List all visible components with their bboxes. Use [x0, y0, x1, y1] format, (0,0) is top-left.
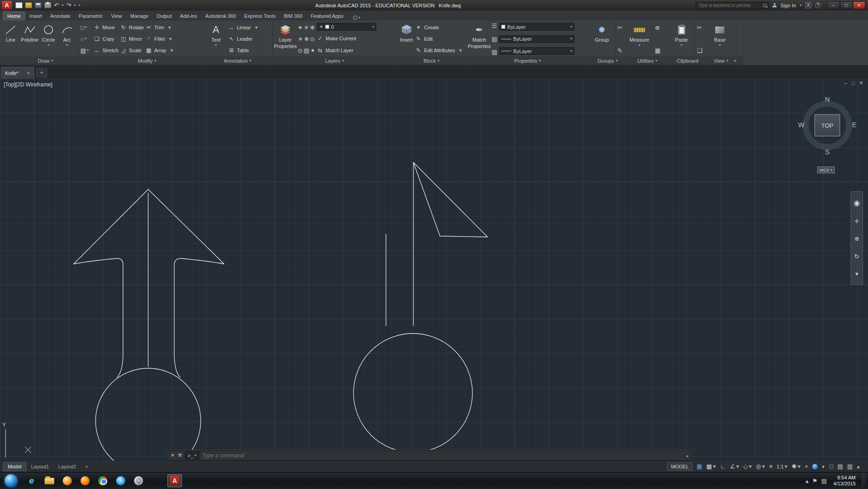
linear-dimension-button[interactable]: ↔Linear▾ [228, 23, 260, 32]
command-customize-icon[interactable]: ⚒ [177, 452, 182, 458]
measure-button[interactable]: Measure ▾ [629, 22, 650, 56]
zoom-icon[interactable]: ⊕ [854, 236, 859, 242]
modify-panel-label[interactable]: Modify▾ [91, 56, 203, 65]
linetype-dropdown-icon[interactable]: ▾ [570, 49, 572, 53]
circle-dropdown-icon[interactable]: ▾ [48, 43, 49, 47]
isodraft-dropdown-icon[interactable]: ▾ [749, 463, 752, 469]
linear-dropdown-icon[interactable]: ▾ [253, 25, 260, 30]
annotation-panel-label[interactable]: Annotation▾ [203, 56, 272, 65]
scale-button[interactable]: ◿Scale [120, 46, 144, 55]
layers-panel-label[interactable]: Layers▾ [273, 56, 396, 65]
isodraft-toggle[interactable]: ◇▾ [743, 463, 752, 469]
undo-icon[interactable]: ↶ [54, 2, 59, 8]
layer-isolate-icon[interactable]: ☀ [298, 36, 303, 42]
paste-dropdown-icon[interactable]: ▾ [680, 43, 682, 47]
viewport-close-icon[interactable]: ✕ [859, 80, 863, 86]
help-search-box[interactable] [696, 2, 769, 9]
hatch-button[interactable]: ▨▾ [80, 46, 89, 55]
properties-list-icon[interactable]: ☰ [492, 23, 497, 29]
firefox-taskbar-button[interactable] [78, 474, 92, 487]
snap-dropdown-icon[interactable]: ▾ [713, 463, 716, 469]
groups-panel-label[interactable]: Groups▾ [589, 56, 626, 65]
ribbon-display-toggle[interactable]: ▾ [350, 15, 363, 21]
tab-addins[interactable]: Add-ins [176, 12, 201, 21]
tab-autodesk360[interactable]: Autodesk 360 [201, 12, 240, 21]
graphics-performance-button[interactable] [812, 464, 818, 469]
tab-featured-apps[interactable]: Featured Apps [306, 12, 348, 21]
app-menu-button[interactable]: A [2, 1, 12, 10]
start-button[interactable] [5, 474, 17, 487]
stretch-button[interactable]: ↔Stretch [94, 46, 118, 55]
circle-button[interactable]: Circle ▾ [40, 22, 57, 56]
insert-button[interactable]: Insert [399, 22, 413, 56]
redo-dropdown-icon[interactable]: ▾ [74, 4, 76, 7]
ie-taskbar-button[interactable]: e [24, 474, 39, 487]
view-panel-label[interactable]: View▾» [707, 56, 743, 65]
edit-attributes-button[interactable]: ✎Edit Attributes▾ [415, 46, 464, 55]
sign-in-button[interactable]: Sign In [780, 3, 796, 8]
model-space-button[interactable]: MODEL [667, 462, 692, 471]
navbar-more-icon[interactable]: ▾ [855, 271, 858, 277]
paste-button[interactable]: Paste ▾ [671, 22, 692, 56]
tray-drawing-status-1[interactable]: ▤ [837, 463, 843, 469]
osnap-dropdown-icon[interactable]: ▾ [762, 463, 765, 469]
new-drawing-tab-button[interactable]: + [36, 68, 47, 77]
command-scroll-up-icon[interactable]: ▴ [686, 453, 688, 458]
transparency-icon[interactable]: ▨ [492, 49, 497, 55]
file-tab-knife[interactable]: Knife*✕ [1, 67, 34, 79]
lineweight-dropdown-icon[interactable]: ▾ [570, 37, 572, 41]
osnap-toggle[interactable]: ◎▾ [756, 463, 765, 469]
hidden-icons-button[interactable]: ▴ [806, 478, 809, 484]
status-overflow-button[interactable]: ▴ [857, 463, 860, 469]
rectangle-button[interactable]: □▾ [80, 23, 89, 32]
isolate-objects-button[interactable]: ◐ [822, 463, 825, 469]
move-button[interactable]: ✛Move [94, 23, 118, 32]
arc-dropdown-icon[interactable]: ▾ [66, 43, 68, 47]
wcs-menu[interactable]: WCS▾ [817, 167, 835, 173]
pan-icon[interactable]: ✛ [854, 218, 859, 224]
ellipse-button[interactable]: ○▾ [80, 34, 89, 43]
make-current-button[interactable]: ✓Make Current [317, 34, 394, 43]
layer-lock-icon[interactable]: ⊙ [310, 36, 315, 42]
drawing-canvas[interactable]: [Top][2D Wireframe] – □ ✕ N S W E TOP WC… [0, 79, 868, 461]
layer-freeze-icon[interactable]: ❄ [310, 25, 315, 31]
tab-insert[interactable]: Insert [25, 12, 46, 21]
action-center-icon[interactable]: ⚑ [812, 478, 818, 484]
media-player-taskbar-button[interactable] [60, 474, 75, 487]
properties-table-icon[interactable]: ▤ [492, 36, 497, 42]
edit-block-button[interactable]: ✎Edit [415, 34, 464, 43]
clipboard-panel-label[interactable]: Clipboard [669, 56, 707, 65]
layer-thaw-icon[interactable]: ❄ [304, 36, 309, 42]
match-layer-button[interactable]: ⇆Match Layer [317, 46, 394, 55]
arc-button[interactable]: Arc ▾ [59, 22, 75, 56]
viewcube-north[interactable]: N [797, 95, 857, 103]
polyline-button[interactable]: Polyline [21, 22, 38, 56]
ortho-toggle[interactable]: ∟ [720, 463, 726, 469]
cut-button[interactable]: ✂ [697, 23, 702, 32]
tab-manage[interactable]: Manage [126, 12, 153, 21]
fillet-dropdown-icon[interactable]: ▾ [167, 36, 174, 42]
save-icon[interactable] [35, 2, 42, 8]
object-color-combo[interactable]: ByLayer▾ [499, 23, 574, 31]
tab-output[interactable]: Output [153, 12, 176, 21]
color-dropdown-icon[interactable]: ▾ [570, 25, 572, 29]
scale-dropdown-icon[interactable]: ▾ [785, 463, 788, 469]
fillet-button[interactable]: ◜Fillet▾ [145, 34, 175, 43]
grid-toggle[interactable]: ▦ [697, 463, 702, 469]
annotation-monitor-button[interactable]: + [805, 463, 809, 469]
group-button[interactable]: ✹ Group [591, 22, 612, 56]
help-icon[interactable]: ? [815, 2, 821, 8]
restore-button[interactable]: □ [840, 1, 852, 9]
layer-unlock-icon[interactable]: ⊙ [298, 48, 303, 54]
orbit-icon[interactable]: ↻ [854, 253, 859, 259]
minimize-button[interactable]: – [827, 1, 840, 9]
autocad-taskbar-button[interactable]: A [167, 474, 182, 487]
undo-dropdown-icon[interactable]: ▾ [62, 4, 64, 7]
layout1-tab[interactable]: Layout1 [27, 462, 54, 471]
table-button[interactable]: ⊞Table [228, 46, 260, 55]
layer-combo-dropdown-icon[interactable]: ▾ [372, 25, 374, 29]
snap-toggle[interactable]: ▩▾ [707, 463, 716, 469]
open-file-icon[interactable] [25, 2, 32, 8]
taskbar-clock[interactable]: 8:54 AM 4/13/2015 [833, 475, 856, 487]
copy-button[interactable]: ❏Copy [94, 34, 118, 43]
